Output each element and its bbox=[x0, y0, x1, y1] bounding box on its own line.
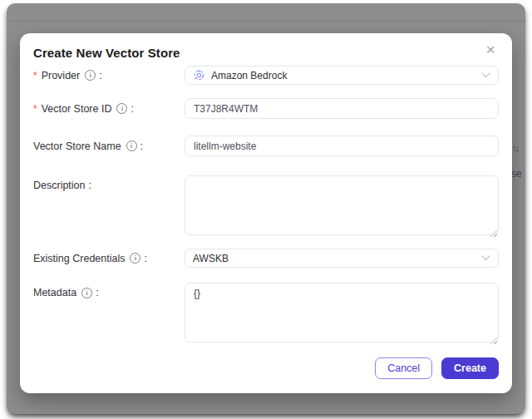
modal-footer: Cancel Create bbox=[375, 357, 499, 379]
chevron-down-icon bbox=[481, 255, 490, 261]
vector-store-name-row: Vector Store Name i : bbox=[33, 136, 499, 156]
cancel-button[interactable]: Cancel bbox=[375, 357, 432, 379]
create-button[interactable]: Create bbox=[441, 357, 499, 379]
existing-credentials-label: Existing Credentials i : bbox=[33, 253, 185, 264]
description-label-text: Description bbox=[33, 180, 86, 191]
existing-credentials-label-text: Existing Credentials bbox=[33, 253, 125, 264]
existing-credentials-row: Existing Credentials i : AWSKB bbox=[33, 249, 499, 268]
label-colon: : bbox=[144, 253, 146, 264]
info-icon[interactable]: i bbox=[85, 70, 96, 81]
required-asterisk: * bbox=[33, 103, 37, 115]
label-colon: : bbox=[131, 103, 133, 115]
provider-select[interactable]: Amazon Bedrock bbox=[185, 66, 499, 85]
description-label: Description : bbox=[33, 175, 185, 191]
provider-value: Amazon Bedrock bbox=[211, 70, 287, 81]
sort-icon: ↑↓ bbox=[512, 143, 518, 153]
provider-row: * Provider i : bbox=[33, 66, 499, 85]
create-vector-store-modal: Create New Vector Store × * Provider i : bbox=[20, 33, 512, 393]
provider-label: * Provider i : bbox=[33, 70, 185, 81]
provider-label-text: Provider bbox=[42, 70, 81, 81]
vector-store-id-label: * Vector Store ID i : bbox=[33, 103, 185, 115]
label-colon: : bbox=[140, 140, 143, 152]
metadata-label: Metadata i : bbox=[33, 283, 185, 298]
label-colon: : bbox=[89, 180, 91, 191]
existing-credentials-value: AWSKB bbox=[193, 253, 229, 264]
background-truncated-text: se bbox=[511, 168, 522, 180]
vector-store-id-label-text: Vector Store ID bbox=[42, 103, 112, 115]
info-icon[interactable]: i bbox=[116, 103, 127, 114]
existing-credentials-select[interactable]: AWSKB bbox=[185, 249, 499, 268]
bedrock-icon bbox=[193, 69, 205, 81]
metadata-label-text: Metadata bbox=[33, 287, 76, 298]
metadata-row: Metadata i : {} bbox=[33, 283, 499, 346]
info-icon[interactable]: i bbox=[81, 288, 92, 298]
background-header-divider bbox=[7, 21, 525, 22]
label-colon: : bbox=[96, 287, 98, 298]
modal-title: Create New Vector Store bbox=[33, 46, 180, 60]
vector-store-name-label: Vector Store Name i : bbox=[33, 140, 185, 152]
description-textarea[interactable] bbox=[185, 175, 499, 235]
vector-store-id-input[interactable] bbox=[185, 98, 499, 119]
vector-store-name-input[interactable] bbox=[185, 136, 499, 156]
close-icon[interactable]: × bbox=[480, 40, 500, 60]
screenshot-canvas: ↑↓ se Create New Vector Store × * Provid… bbox=[0, 0, 532, 419]
vector-store-name-label-text: Vector Store Name bbox=[33, 140, 121, 152]
info-icon[interactable]: i bbox=[130, 253, 140, 264]
description-row: Description : bbox=[33, 175, 499, 239]
metadata-textarea[interactable]: {} bbox=[185, 283, 499, 343]
label-colon: : bbox=[99, 70, 101, 81]
required-asterisk: * bbox=[33, 70, 37, 81]
vector-store-id-row: * Vector Store ID i : bbox=[33, 98, 499, 119]
info-icon[interactable]: i bbox=[126, 140, 137, 151]
chevron-down-icon bbox=[481, 72, 490, 78]
